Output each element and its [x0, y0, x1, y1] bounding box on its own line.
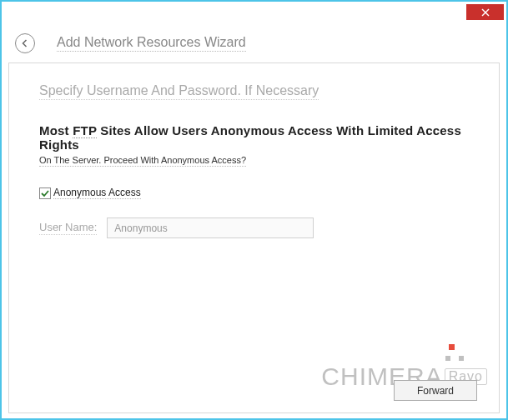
- forward-button[interactable]: Forward: [394, 380, 477, 401]
- info-bold-line: Most FTP Sites Allow Users Anonymous Acc…: [39, 123, 499, 152]
- username-row: User Name:: [39, 218, 499, 238]
- ftp-text: FTP: [73, 123, 97, 138]
- checkmark-icon: [41, 189, 49, 198]
- header-bar: Add Network Resources Wizard: [3, 24, 505, 62]
- wizard-title: Add Network Resources Wizard: [57, 35, 246, 52]
- close-icon: [481, 8, 490, 17]
- username-label: User Name:: [39, 221, 97, 235]
- arrow-left-icon: [20, 38, 30, 48]
- back-button[interactable]: [15, 33, 35, 53]
- info-sub-line: On The Server. Proceed With Anonymous Ac…: [39, 155, 246, 167]
- close-button[interactable]: [466, 4, 504, 20]
- content-panel: Specify Username And Password. If Necess…: [8, 62, 500, 413]
- bold-rest: Sites Allow Users Anonymous Access With …: [39, 123, 461, 152]
- anonymous-checkbox[interactable]: [39, 188, 51, 199]
- anonymous-checkbox-label[interactable]: Anonymous Access: [53, 187, 141, 199]
- section-heading: Specify Username And Password. If Necess…: [39, 83, 319, 100]
- bold-prefix: Most: [39, 123, 73, 138]
- username-input[interactable]: [107, 218, 314, 238]
- anonymous-checkbox-row: Anonymous Access: [39, 187, 499, 199]
- watermark-dots: [445, 344, 467, 361]
